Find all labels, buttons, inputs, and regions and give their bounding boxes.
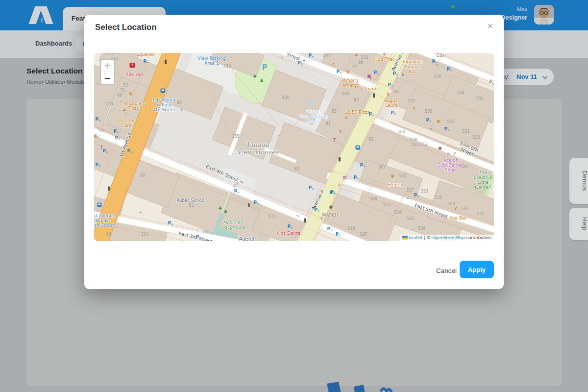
- traffic-signal-icon: [339, 157, 341, 162]
- map-label: P: [308, 100, 313, 108]
- zoom-out-button[interactable]: −: [101, 72, 114, 84]
- parking-icon: P: [391, 111, 396, 115]
- map-label: 93: [354, 98, 359, 103]
- map-label: 60: [140, 174, 145, 178]
- leaflet-link[interactable]: Leaflet: [409, 235, 423, 240]
- parking-icon: P: [115, 136, 121, 140]
- map-label: Ace Bar: [450, 216, 467, 220]
- map-label: 114: [141, 233, 148, 237]
- attribution-separator: | ©: [423, 235, 432, 240]
- traffic-signal-icon: [373, 94, 375, 98]
- map-attribution: Leaflet | © OpenStreetMap contributors: [400, 235, 494, 241]
- map-label: 535: [477, 212, 484, 217]
- poi-icon: Ψ: [391, 174, 394, 179]
- map-label: 69: [117, 94, 122, 98]
- map-label: 508: [369, 197, 377, 202]
- map-label: 81: [326, 122, 331, 126]
- map-label: 101: [361, 56, 368, 60]
- map-label: 155: [232, 135, 239, 139]
- map-label: Rite Aid: [125, 72, 143, 77]
- map-label: Tompkins Square Bar: [402, 59, 423, 74]
- osm-link[interactable]: OpenStreetMap: [432, 235, 465, 240]
- map-zoom-control: + −: [100, 59, 115, 85]
- map-label: 193: [347, 227, 355, 231]
- map-label: 509: [425, 110, 432, 114]
- map-label: 515: [446, 120, 454, 124]
- map-label: 85: [332, 110, 337, 114]
- map-label: Public School 63: [176, 198, 205, 208]
- poi-icon: Y: [454, 207, 457, 211]
- map-label: 1st Avenue & East 4th Street: [152, 98, 176, 112]
- poi-icon: ≡: [122, 108, 126, 112]
- map-label: 1st Avenue & East 3rd Street: [94, 213, 115, 228]
- poi-icon: ≡: [354, 53, 358, 57]
- parking-icon: P: [315, 208, 320, 212]
- cancel-button[interactable]: Cancel: [436, 267, 457, 274]
- parking-icon: P: [447, 67, 452, 72]
- parking-icon: P: [309, 53, 314, 58]
- map-label: 437: [323, 54, 330, 59]
- select-location-modal: Select Location × Street →EastEast 6th S…: [84, 15, 504, 289]
- attribution-suffix: contributors: [465, 235, 491, 240]
- parking-icon: P: [114, 129, 119, 134]
- map-label: 150: [476, 97, 483, 101]
- poi-icon: Ψ: [387, 93, 390, 97]
- parking-icon: P: [298, 61, 303, 65]
- parking-icon: P: [196, 235, 201, 239]
- poi-icon: ☕: [344, 115, 348, 120]
- parking-icon: P: [393, 72, 398, 76]
- map-label: The Creative Little Garden: [473, 170, 492, 190]
- map-label: 524: [460, 165, 467, 170]
- map-label: Eterea: [388, 182, 402, 187]
- parking-icon: P: [103, 149, 108, 153]
- parking-icon: P: [96, 117, 101, 122]
- zoom-in-button[interactable]: +: [101, 60, 114, 72]
- parking-icon: P: [254, 200, 259, 205]
- parking-icon: P: [336, 232, 341, 237]
- parking-icon: P: [337, 70, 342, 74]
- shop-icon: T: [333, 138, 336, 143]
- parking-icon: P: [168, 221, 173, 225]
- poi-icon: Y: [339, 130, 342, 134]
- map-label: View Parking Area 1: [197, 56, 226, 66]
- bus-stop-icon: [98, 203, 102, 207]
- map-label: 520: [406, 217, 414, 221]
- leisure-icon: ♣: [223, 210, 227, 214]
- parking-icon: P: [354, 175, 359, 180]
- parking-icon: P: [327, 227, 333, 231]
- map-label: Ace of Cuts Barber Shop: [437, 158, 463, 172]
- leisure-icon: π: [473, 185, 476, 189]
- parking-icon: P: [234, 189, 240, 194]
- shop-icon: Y: [320, 217, 323, 221]
- parking-icon: P: [369, 112, 374, 117]
- shop-icon: ▣: [367, 74, 371, 78]
- traffic-signal-icon: [304, 219, 306, 223]
- parking-icon: P: [288, 224, 293, 229]
- map-label: P: [262, 64, 268, 72]
- oneway-arrow-icon: ←: [139, 210, 143, 215]
- map-label: 82: [368, 138, 373, 142]
- poi-icon: Ψ: [382, 53, 386, 57]
- map-label: 96: [394, 90, 399, 95]
- shop-icon: ▤: [343, 175, 347, 180]
- map-canvas[interactable]: Street →EastEast 6th StreetEast 5th Stre…: [94, 53, 494, 241]
- map-label: Amor y Amargo: [342, 78, 359, 88]
- map-label: 430: [282, 96, 289, 100]
- parking-icon: P: [414, 193, 419, 197]
- map-label: 504: [397, 130, 405, 135]
- map-label: 503: [408, 99, 415, 104]
- close-icon[interactable]: ×: [487, 21, 493, 32]
- parking-icon: P: [144, 59, 149, 64]
- leisure-icon: ♣: [253, 74, 257, 79]
- map-label: 525: [435, 196, 442, 200]
- map-label: 144: [457, 91, 464, 96]
- map-label: 525: [472, 136, 480, 140]
- modal-title: Select Location: [95, 23, 157, 32]
- map-label: Ageloff: [239, 236, 256, 241]
- apply-button[interactable]: Apply: [460, 261, 494, 278]
- poi-icon: ◉: [438, 146, 442, 150]
- pharmacy-icon: +: [130, 63, 135, 68]
- parking-icon: P: [96, 163, 101, 167]
- map-label: Village View Houses: [237, 142, 279, 156]
- map-label: 533: [460, 207, 467, 212]
